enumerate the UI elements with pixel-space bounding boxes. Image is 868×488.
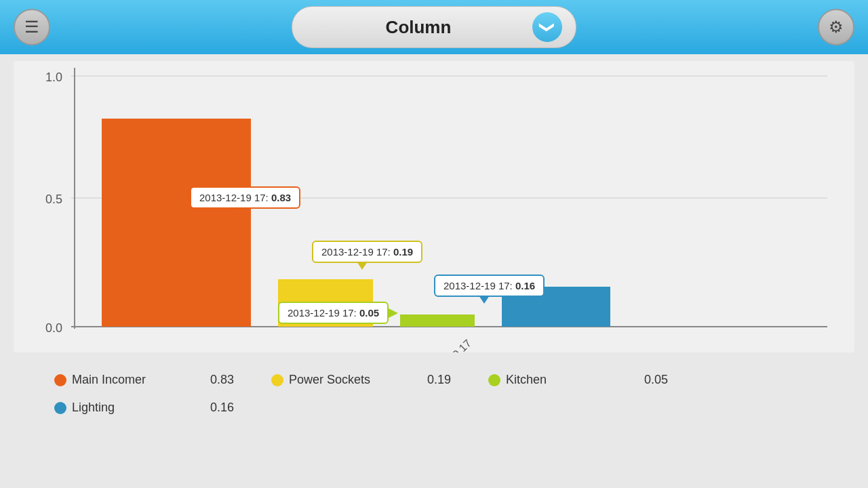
menu-icon: ☰: [24, 18, 39, 37]
bar-lighting[interactable]: [502, 287, 610, 327]
legend-dot-main: [54, 374, 66, 386]
dropdown-button[interactable]: ❯: [532, 12, 562, 42]
title-dropdown: Column ❯: [292, 6, 576, 48]
chart-svg: 1.0 0.5 0.0 2013-12-19 17: [14, 61, 854, 352]
y-label-00: 0.0: [45, 321, 62, 335]
chart-container: 1.0 0.5 0.0 2013-12-19 17 2013-12-: [14, 61, 854, 352]
legend-row-2: Lighting 0.16: [54, 401, 814, 415]
legend-label-main: Main Incomer: [72, 373, 146, 387]
legend-value-lighting: 0.16: [210, 401, 251, 415]
bar-power-sockets[interactable]: [278, 279, 373, 327]
legend-label-lighting: Lighting: [72, 401, 115, 415]
y-label-10: 1.0: [45, 70, 62, 84]
menu-button[interactable]: ☰: [14, 9, 50, 45]
legend-label-kitchen: Kitchen: [506, 373, 547, 387]
legend-label-power: Power Sockets: [289, 373, 370, 387]
legend-dot-power: [271, 374, 283, 386]
y-label-05: 0.5: [45, 192, 62, 206]
x-axis-label: 2013-12-19 17: [415, 337, 473, 352]
legend-dot-kitchen: [488, 374, 500, 386]
chart-title: Column: [313, 17, 524, 38]
chevron-down-icon: ❯: [540, 21, 555, 33]
bar-kitchen[interactable]: [400, 314, 475, 327]
legend-dot-lighting: [54, 402, 66, 414]
legend-value-main: 0.83: [210, 373, 251, 387]
header: ☰ Column ❯ ⚙: [0, 0, 868, 54]
legend-item-kitchen: Kitchen: [488, 373, 624, 387]
legend-item-lighting: Lighting: [54, 401, 190, 415]
bar-main-incomer[interactable]: [102, 119, 251, 327]
legend-row-1: Main Incomer 0.83 Power Sockets 0.19 Kit…: [54, 373, 814, 387]
legend-item-power-sockets: Power Sockets: [271, 373, 407, 387]
legend-value-kitchen: 0.05: [644, 373, 685, 387]
legend-item-main-incomer: Main Incomer: [54, 373, 190, 387]
legend-value-power: 0.19: [427, 373, 468, 387]
settings-button[interactable]: ⚙: [818, 9, 854, 45]
legend: Main Incomer 0.83 Power Sockets 0.19 Kit…: [0, 359, 868, 428]
settings-icon: ⚙: [829, 18, 844, 37]
